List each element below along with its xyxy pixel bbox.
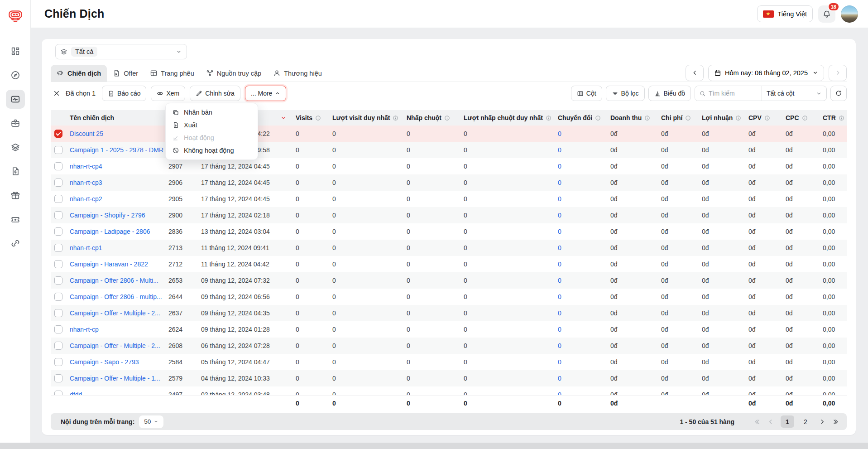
next-page-icon[interactable] <box>819 418 826 425</box>
info-icon[interactable] <box>735 115 741 121</box>
sidebar-item-gift[interactable] <box>6 186 25 205</box>
prev-page-icon[interactable] <box>767 418 774 425</box>
info-icon[interactable] <box>595 115 601 121</box>
campaign-name-link[interactable]: Campaign 1 - 2025 - 2978 - DMR <box>70 146 163 154</box>
column-header-cost[interactable]: Chi phí <box>657 114 698 121</box>
campaign-name-link[interactable]: Campaign - Haravan - 2822 <box>70 261 148 268</box>
page-number-1[interactable]: 1 <box>781 415 794 428</box>
info-icon[interactable] <box>444 115 450 121</box>
conversions-link[interactable]: 0 <box>558 179 561 186</box>
sidebar-item-ticket[interactable] <box>6 210 25 229</box>
row-checkbox[interactable] <box>54 260 62 268</box>
sidebar-item-compass[interactable] <box>6 66 25 85</box>
column-header-unique_visits[interactable]: Lượt visit duy nhất <box>329 114 403 121</box>
campaign-name-link[interactable]: Campaign - Offer - Multiple - 2... <box>70 342 160 349</box>
conversions-link[interactable]: 0 <box>558 293 561 300</box>
sidebar-item-briefcase[interactable] <box>6 114 25 133</box>
chart-button[interactable]: Biểu đồ <box>648 86 691 101</box>
menu-item-export[interactable]: Xuất <box>166 119 258 131</box>
row-checkbox[interactable] <box>54 179 62 187</box>
row-checkbox[interactable] <box>54 211 62 219</box>
sidebar-item-layers[interactable] <box>6 138 25 157</box>
refresh-button[interactable] <box>830 86 847 101</box>
tab-trang-phễu[interactable]: Trang phễu <box>144 65 200 82</box>
scope-filter-select[interactable]: Tất cả <box>55 44 187 59</box>
notifications-button[interactable]: 18 <box>818 5 835 23</box>
columns-scope-select[interactable]: Tất cả cột <box>762 86 826 101</box>
info-icon[interactable] <box>839 115 844 121</box>
date-next-button[interactable] <box>829 65 847 81</box>
app-logo[interactable] <box>6 7 25 26</box>
conversions-link[interactable]: 0 <box>558 130 561 137</box>
row-checkbox[interactable] <box>54 146 62 154</box>
conversions-link[interactable]: 0 <box>558 391 561 395</box>
last-page-icon[interactable] <box>832 418 839 425</box>
campaign-name-link[interactable]: dfdd <box>70 391 82 395</box>
sidebar-item-campaigns[interactable] <box>6 90 25 109</box>
per-page-select[interactable]: 50 <box>139 415 163 428</box>
row-checkbox[interactable] <box>54 244 62 252</box>
campaign-name-link[interactable]: Discount 25 <box>70 130 103 137</box>
conversions-link[interactable]: 0 <box>558 375 561 382</box>
menu-item-ban[interactable]: Không hoạt động <box>166 144 258 157</box>
campaign-name-link[interactable]: nhan-rt-cp4 <box>70 163 102 170</box>
page-number-2[interactable]: 2 <box>799 415 812 428</box>
row-checkbox[interactable] <box>54 325 62 333</box>
row-checkbox[interactable] <box>54 227 62 236</box>
campaign-name-link[interactable]: Campaign - Offer 2806 - multip... <box>70 293 162 300</box>
conversions-link[interactable]: 0 <box>558 146 561 154</box>
conversions-link[interactable]: 0 <box>558 244 561 251</box>
campaign-name-link[interactable]: nhan-rt-cp3 <box>70 179 102 186</box>
tab-offer[interactable]: Offer <box>107 65 144 82</box>
column-header-conversions[interactable]: Chuyển đổi <box>554 114 607 121</box>
sidebar-item-invoice[interactable] <box>6 162 25 181</box>
row-checkbox[interactable] <box>54 195 62 203</box>
row-checkbox[interactable] <box>54 130 62 138</box>
clear-selection-icon[interactable] <box>53 90 60 97</box>
conversions-link[interactable]: 0 <box>558 163 561 170</box>
campaign-name-link[interactable]: nhan-rt-cp <box>70 326 99 333</box>
tab-chiến-dịch[interactable]: Chiến dịch <box>51 65 107 82</box>
conversions-link[interactable]: 0 <box>558 195 561 203</box>
info-icon[interactable] <box>393 115 398 121</box>
row-checkbox[interactable] <box>54 276 62 285</box>
date-range-button[interactable]: Hôm nay: 06 tháng 02, 2025 <box>708 65 824 81</box>
column-header-visits[interactable]: Visits <box>292 114 329 121</box>
campaign-name-link[interactable]: Campaign - Shopify - 2796 <box>70 212 145 219</box>
info-icon[interactable] <box>644 115 650 121</box>
column-header-clicks[interactable]: Nhấp chuột <box>403 114 460 121</box>
info-icon[interactable] <box>764 115 770 121</box>
column-header-revenue[interactable]: Doanh thu <box>607 114 657 121</box>
conversions-link[interactable]: 0 <box>558 309 561 317</box>
conversions-link[interactable]: 0 <box>558 326 561 333</box>
tab-thương-hiệu[interactable]: Thương hiệu <box>267 65 328 82</box>
row-checkbox[interactable] <box>54 293 62 301</box>
row-checkbox[interactable] <box>54 309 62 317</box>
campaign-name-link[interactable]: Campaign - Offer 2806 - Multi... <box>70 277 158 284</box>
row-checkbox[interactable] <box>54 374 62 382</box>
avatar[interactable] <box>841 5 858 23</box>
column-header-unique_clicks[interactable]: Lượt nhấp chuột duy nhất <box>460 114 554 121</box>
column-header-cpc[interactable]: CPC <box>782 114 819 121</box>
menu-item-copy[interactable]: Nhân bản <box>166 106 258 119</box>
edit-button[interactable]: Chỉnh sửa <box>190 86 240 101</box>
sidebar-item-link[interactable] <box>6 234 25 253</box>
info-icon[interactable] <box>685 115 691 121</box>
date-prev-button[interactable] <box>686 65 704 81</box>
info-icon[interactable] <box>802 115 808 121</box>
report-button[interactable]: Báo cáo <box>102 86 146 101</box>
conversions-link[interactable]: 0 <box>558 277 561 284</box>
info-icon[interactable] <box>315 115 321 121</box>
conversions-link[interactable]: 0 <box>558 228 561 235</box>
row-checkbox[interactable] <box>54 342 62 350</box>
campaign-name-link[interactable]: nhan-rt-cp1 <box>70 244 102 251</box>
conversions-link[interactable]: 0 <box>558 342 561 349</box>
row-checkbox[interactable] <box>54 358 62 366</box>
campaign-name-link[interactable]: Campaign - Ladipage - 2806 <box>70 228 150 235</box>
column-header-cpv[interactable]: CPV <box>745 114 782 121</box>
conversions-link[interactable]: 0 <box>558 358 561 366</box>
campaign-name-link[interactable]: Campaign - Sapo - 2793 <box>70 358 139 366</box>
row-checkbox[interactable] <box>54 391 62 395</box>
filter-button[interactable]: Bộ lọc <box>606 86 645 101</box>
campaign-name-link[interactable]: Campaign - Offer - Multiple - 1... <box>70 375 160 382</box>
